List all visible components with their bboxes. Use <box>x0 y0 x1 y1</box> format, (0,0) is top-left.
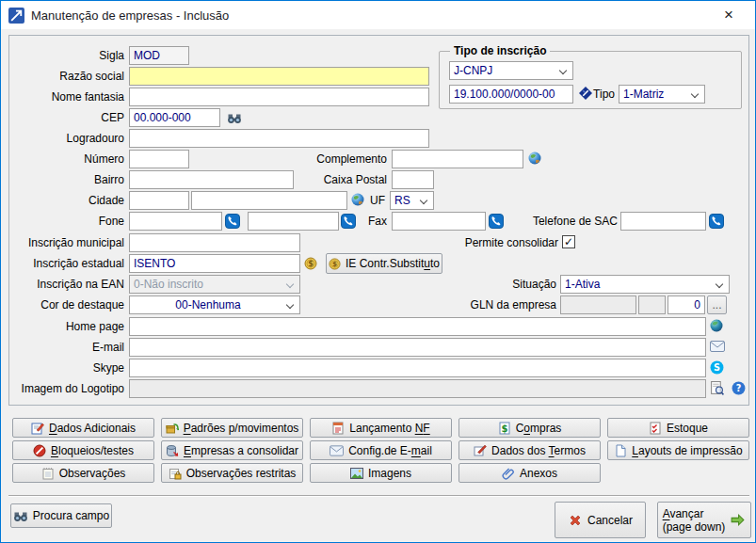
situacao-label: Situação <box>443 278 556 292</box>
permite-consolidar-checkbox[interactable] <box>562 235 575 248</box>
compras-button[interactable]: $ Compras <box>458 418 601 438</box>
window-title: Manutenção de empresas - Inclusão <box>31 8 229 23</box>
uf-value: RS <box>394 194 410 207</box>
ie-coin-icon[interactable]: $ <box>304 257 317 270</box>
database-icon <box>166 444 179 457</box>
imagem-logotipo-label: Imagem do Logotipo <box>11 382 124 396</box>
cep-field[interactable]: 00.000-000 <box>129 108 220 127</box>
nome-fantasia-field[interactable] <box>129 88 429 106</box>
observacoes-button[interactable]: Observações <box>12 463 154 483</box>
cancelar-button[interactable]: Cancelar <box>555 502 646 538</box>
tipo-matriz-combo[interactable]: 1-Matriz <box>619 85 705 104</box>
dados-termos-button[interactable]: Dados dos Termos <box>458 440 601 460</box>
fone1-phone-icon[interactable] <box>225 214 240 229</box>
email-field[interactable] <box>129 338 706 357</box>
logradouro-field[interactable] <box>129 129 429 148</box>
tipo-documento-combo[interactable]: J-CNPJ <box>449 61 573 80</box>
home-page-globe-icon[interactable] <box>710 319 723 332</box>
fax-phone-icon[interactable] <box>489 214 504 229</box>
sigla-field[interactable]: MOD <box>129 46 189 65</box>
close-icon[interactable]: × <box>716 4 742 26</box>
gln-browse-button[interactable]: ... <box>707 295 727 314</box>
fax-field[interactable] <box>392 212 486 231</box>
home-page-field[interactable] <box>129 317 706 336</box>
email-envelope-icon[interactable] <box>710 341 725 352</box>
observacoes-restritas-button[interactable]: Observações restritas <box>161 463 303 483</box>
config-email-button[interactable]: Config.de E-mail <box>310 440 452 460</box>
caixa-postal-label: Caixa Postal <box>274 173 387 187</box>
cidade-code-field[interactable] <box>129 191 189 210</box>
permite-consolidar-label: Permite consolidar <box>443 236 558 250</box>
anexos-label: Anexos <box>520 467 557 480</box>
tipo-matriz-value: 1-Matriz <box>623 88 664 101</box>
inscricao-municipal-field[interactable] <box>129 233 300 252</box>
layout-doc-icon <box>614 444 627 457</box>
chevron-down-icon <box>420 197 427 204</box>
receita-federal-icon[interactable] <box>578 86 593 101</box>
fone1-field[interactable] <box>129 212 222 231</box>
dados-adicionais-label: Dados Adicionais <box>49 422 136 435</box>
padroes-movimentos-button[interactable]: Padrões p/movimentos <box>161 418 303 438</box>
fone2-field[interactable] <box>248 212 339 231</box>
cidade-name-field[interactable] <box>191 191 347 210</box>
cnpj-field[interactable]: 19.100.000/0000-00 <box>449 85 573 104</box>
observacoes-label: Observações <box>59 467 126 480</box>
logotipo-preview-magnifier-icon[interactable] <box>710 381 724 395</box>
fone-label: Fone <box>11 215 124 229</box>
bloqueios-testes-button[interactable]: Bloqueios/testes <box>12 440 154 460</box>
nome-fantasia-label: Nome fantasia <box>11 90 124 104</box>
app-window-icon <box>8 8 24 24</box>
notepad-lock-icon <box>169 467 182 480</box>
lancamento-nf-button[interactable]: Lançamento NF <box>310 418 452 438</box>
skype-field[interactable] <box>129 359 706 377</box>
caixa-postal-field[interactable] <box>392 170 434 189</box>
sigla-label: Sigla <box>11 49 124 63</box>
logradouro-label: Logradouro <box>11 132 124 146</box>
svg-text:$: $ <box>332 260 337 268</box>
estoque-label: Estoque <box>667 422 708 435</box>
telefone-sac-label: Telefone de SAC <box>505 215 618 229</box>
uf-combo[interactable]: RS <box>390 191 434 210</box>
pencil-pad-icon <box>474 444 487 457</box>
avancar-label-line1: Avançar <box>663 507 704 520</box>
anexos-button[interactable]: Anexos <box>458 463 601 483</box>
bairro-label: Bairro <box>11 173 124 187</box>
footer-separator <box>8 495 749 497</box>
layouts-impressao-button[interactable]: Layouts de impressão <box>607 440 749 460</box>
inscricao-estadual-label: Inscrição estadual <box>11 257 124 271</box>
forward-arrow-icon <box>730 512 746 528</box>
avancar-button[interactable]: Avançar (page down) <box>657 502 751 538</box>
dados-adicionais-button[interactable]: Dados Adicionais <box>12 418 154 438</box>
uf-label: UF <box>362 194 385 208</box>
chevron-down-icon <box>716 280 723 288</box>
invoice-doc-icon <box>331 422 345 435</box>
cor-destaque-combo[interactable]: 00-Nenhuma <box>129 295 300 314</box>
skype-icon[interactable]: S <box>710 360 724 375</box>
complemento-globe-icon[interactable] <box>528 152 541 165</box>
bairro-field[interactable] <box>129 170 294 189</box>
svg-text:?: ? <box>736 383 742 393</box>
ie-contr-substituto-button[interactable]: $ IE Contr.Substituto <box>326 253 442 274</box>
situacao-combo[interactable]: 1-Ativa <box>560 275 730 294</box>
empresas-consolidar-button[interactable]: Empresas a consolidar <box>161 440 303 460</box>
gln-field-3[interactable]: 0 <box>668 295 705 314</box>
cancelar-label: Cancelar <box>587 514 633 527</box>
binoculars-icon <box>13 508 28 523</box>
inscricao-estadual-field[interactable]: ISENTO <box>129 254 300 273</box>
svg-text:S: S <box>714 362 720 373</box>
logotipo-help-icon[interactable]: ? <box>732 381 746 395</box>
chevron-down-icon <box>691 90 699 98</box>
telefone-sac-field[interactable] <box>620 212 706 231</box>
estoque-button[interactable]: Estoque <box>607 418 749 438</box>
cor-destaque-label: Cor de destaque <box>11 298 124 312</box>
complemento-field[interactable] <box>392 150 523 168</box>
dollar-doc-icon: $ <box>498 422 511 435</box>
procura-campo-button[interactable]: Procura campo <box>10 503 112 528</box>
cep-search-binoculars-icon[interactable] <box>227 110 242 125</box>
imagens-button[interactable]: Imagens <box>310 463 452 483</box>
config-email-label: Config.de E-mail <box>348 444 432 457</box>
razao-social-field[interactable] <box>129 67 429 86</box>
paperclip-icon <box>502 467 515 480</box>
sac-phone-icon[interactable] <box>709 214 724 229</box>
numero-field[interactable] <box>129 150 189 168</box>
